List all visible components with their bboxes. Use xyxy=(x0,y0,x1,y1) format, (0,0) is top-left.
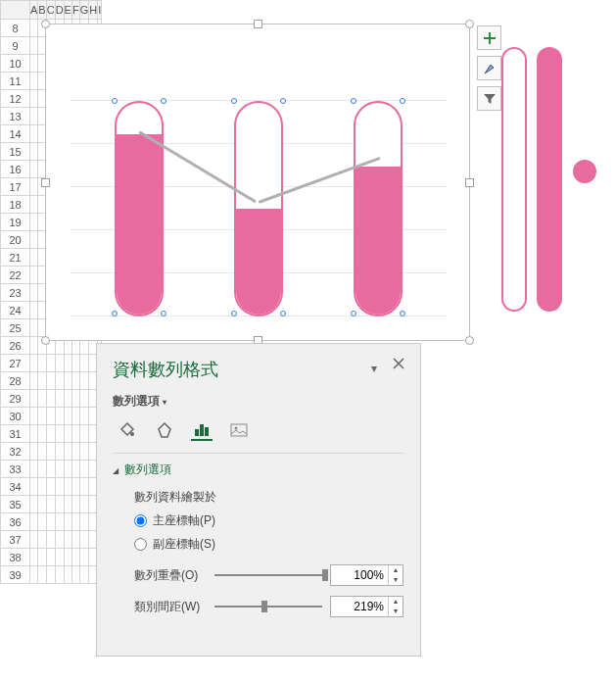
format-data-series-pane: 資料數列格式 ▾ 數列選項 ▾ 數列選項 數列資料繪製於 主座標軸(P) 副座標… xyxy=(96,343,421,657)
chart-element-buttons xyxy=(477,25,501,117)
svg-marker-1 xyxy=(159,423,170,437)
svg-point-6 xyxy=(235,427,238,430)
column-headers: ABCD EFGHI xyxy=(1,1,102,20)
bar-3[interactable] xyxy=(354,101,403,316)
close-icon[interactable] xyxy=(393,358,408,373)
series-overlap-slider[interactable] xyxy=(214,567,322,583)
secondary-axis-radio[interactable]: 副座標軸(S) xyxy=(134,533,404,555)
pane-title: 資料數列格式 xyxy=(113,358,404,381)
chart-plot-area[interactable] xyxy=(70,81,448,316)
embedded-chart[interactable] xyxy=(45,24,470,341)
series-options-label[interactable]: 數列選項 ▾ xyxy=(113,393,404,410)
plot-on-label: 數列資料繪製於 xyxy=(134,486,404,508)
chart-add-element-button[interactable] xyxy=(477,25,501,50)
series-options-expander[interactable]: 數列選項 xyxy=(113,462,404,478)
primary-axis-radio[interactable]: 主座標軸(P) xyxy=(134,510,404,531)
chart-style-button[interactable] xyxy=(477,56,501,80)
svg-rect-4 xyxy=(205,427,209,436)
gap-width-slider[interactable] xyxy=(214,599,322,614)
chart-filter-button[interactable] xyxy=(477,86,501,111)
svg-rect-3 xyxy=(200,424,204,436)
picture-tab-icon[interactable] xyxy=(228,419,250,441)
shape-pill-filled[interactable] xyxy=(537,47,562,312)
shape-tube-outline[interactable] xyxy=(501,47,527,312)
gap-width-label: 類別間距(W) xyxy=(134,596,207,617)
gap-width-input[interactable]: ▲▼ xyxy=(330,596,403,617)
series-tab-icon[interactable] xyxy=(191,419,213,441)
pane-menu-icon[interactable]: ▾ xyxy=(371,362,383,373)
bar-2[interactable] xyxy=(234,101,283,316)
shape-dot[interactable] xyxy=(573,160,596,183)
fill-tab-icon[interactable] xyxy=(117,419,138,441)
pane-tabs xyxy=(113,419,404,441)
svg-point-0 xyxy=(130,432,134,436)
svg-rect-2 xyxy=(195,429,199,436)
svg-rect-5 xyxy=(231,424,247,436)
effects-tab-icon[interactable] xyxy=(154,419,175,441)
series-overlap-label: 數列重疊(O) xyxy=(134,564,207,586)
series-overlap-input[interactable]: ▲▼ xyxy=(330,564,403,586)
